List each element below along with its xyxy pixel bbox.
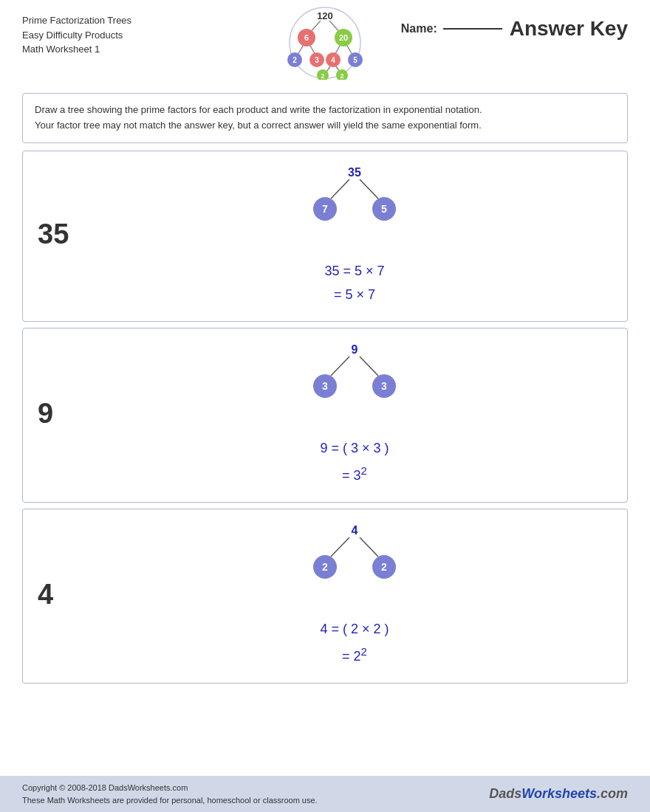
- title-line3: Math Worksheet 1: [22, 42, 277, 57]
- tree-35: 35 7 5: [281, 163, 428, 247]
- fact-line2-1: = 5 × 7: [334, 283, 375, 306]
- tree-35-svg: 35 7 5: [281, 163, 428, 244]
- footer: Copyright © 2008-2018 DadsWorksheets.com…: [0, 776, 650, 812]
- svg-line-41: [331, 537, 349, 557]
- brand-dads: Dads: [489, 786, 521, 801]
- svg-text:20: 20: [339, 33, 348, 42]
- svg-text:6: 6: [304, 33, 309, 42]
- svg-text:4: 4: [331, 56, 335, 64]
- answer-key-text: Answer Key: [510, 17, 628, 41]
- instructions-line1: Draw a tree showing the prime factors fo…: [35, 103, 615, 118]
- logo-tree-container: 120 6 20 2 3: [277, 6, 373, 80]
- name-label: Name:: [401, 22, 437, 35]
- problem-box-1: 35 35 7 5: [22, 151, 628, 323]
- svg-text:9: 9: [352, 343, 358, 356]
- problem-box-3: 4 4 2 2: [22, 509, 628, 684]
- svg-text:2: 2: [340, 72, 343, 80]
- footer-brand: DadsWorksheets.com: [489, 786, 628, 802]
- problem-content-1: 35 7 5 35 = 5 × 7 = 5 × 7: [97, 163, 612, 307]
- name-underline: [443, 28, 502, 30]
- problem-number-3: 4: [38, 579, 97, 610]
- factorization-1: 35 = 5 × 7 = 5 × 7: [324, 259, 384, 307]
- page: Prime Factorization Trees Easy Difficult…: [0, 0, 650, 812]
- header-right: Name: Answer Key: [373, 13, 628, 41]
- fact-line1-2: 9 = ( 3 × 3 ): [320, 436, 389, 460]
- brand-com: .com: [597, 786, 628, 801]
- footer-copyright: Copyright © 2008-2018 DadsWorksheets.com: [22, 782, 318, 794]
- fact-line2-3: = 22: [342, 641, 367, 668]
- svg-text:2: 2: [381, 561, 387, 573]
- instructions-line2: Your factor tree may not match the answe…: [35, 118, 615, 134]
- tree-4-svg: 4 2 2: [281, 521, 428, 602]
- svg-text:7: 7: [322, 203, 328, 215]
- header-left: Prime Factorization Trees Easy Difficult…: [22, 13, 277, 57]
- svg-text:2: 2: [322, 561, 328, 573]
- tree-9: 9 3 3: [281, 340, 428, 424]
- title-line1: Prime Factorization Trees: [22, 13, 277, 28]
- svg-line-42: [360, 537, 378, 557]
- footer-note: These Math Worksheets are provided for p…: [22, 794, 318, 807]
- title-line2: Easy Difficulty Products: [22, 28, 277, 43]
- svg-text:5: 5: [353, 56, 358, 64]
- footer-left: Copyright © 2008-2018 DadsWorksheets.com…: [22, 782, 318, 806]
- svg-text:2: 2: [292, 56, 297, 64]
- svg-text:35: 35: [348, 166, 361, 179]
- tree-4: 4 2 2: [281, 521, 428, 605]
- fact-line2-2: = 32: [342, 461, 367, 487]
- svg-line-28: [360, 179, 378, 199]
- header: Prime Factorization Trees Easy Difficult…: [0, 0, 650, 87]
- svg-text:120: 120: [317, 10, 333, 21]
- factorization-2: 9 = ( 3 × 3 ) = 32: [320, 436, 389, 487]
- brand-worksheets: Worksheets: [521, 786, 597, 801]
- svg-text:3: 3: [322, 380, 328, 392]
- svg-text:3: 3: [381, 380, 387, 392]
- svg-line-35: [360, 357, 378, 376]
- svg-text:5: 5: [381, 203, 387, 215]
- problem-number-1: 35: [38, 219, 97, 250]
- svg-text:4: 4: [352, 524, 358, 537]
- fact-line1-1: 35 = 5 × 7: [324, 259, 384, 283]
- svg-line-34: [331, 357, 349, 376]
- svg-text:2: 2: [321, 72, 324, 80]
- problem-number-2: 9: [38, 398, 97, 430]
- problem-content-2: 9 3 3 9 = ( 3 × 3 ) = 3: [97, 340, 612, 487]
- problem-content-3: 4 2 2 4 = ( 2 × 2 ) = 2: [97, 521, 612, 668]
- tree-9-svg: 9 3 3: [281, 340, 428, 422]
- logo-tree-svg: 120 6 20 2 3: [281, 6, 369, 80]
- fact-line1-3: 4 = ( 2 × 2 ): [320, 617, 389, 641]
- instructions-box: Draw a tree showing the prime factors fo…: [22, 93, 628, 143]
- svg-text:3: 3: [315, 56, 319, 64]
- svg-line-27: [331, 179, 349, 199]
- problem-box-2: 9 9 3 3: [22, 328, 628, 503]
- problems-area: 35 35 7 5: [0, 151, 650, 684]
- factorization-3: 4 = ( 2 × 2 ) = 22: [320, 617, 389, 668]
